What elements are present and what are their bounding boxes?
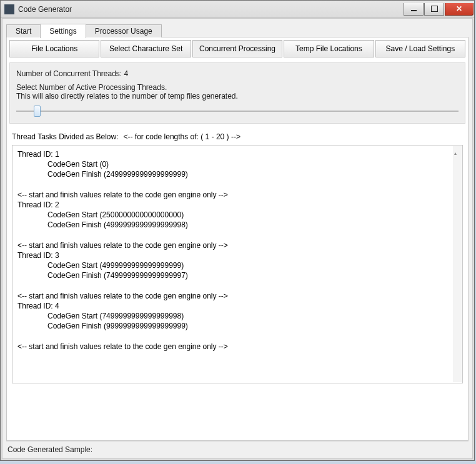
app-title: Code Generator xyxy=(18,5,404,14)
slider-thumb[interactable] xyxy=(34,106,41,117)
tab-settings[interactable]: Settings xyxy=(40,24,86,38)
thread-count-heading: Number of Concurrent Threads: 4 xyxy=(16,69,459,78)
main-tab-strip: Start Settings Processor Usage xyxy=(6,22,469,37)
settings-panel: File Locations Select Characture Set Con… xyxy=(6,37,469,441)
sub-tab-strip: File Locations Select Characture Set Con… xyxy=(9,40,465,57)
thread-lines-container: Thread ID: 1CodeGen Start (0)CodeGen Fin… xyxy=(17,149,457,352)
window-buttons xyxy=(404,3,474,16)
tab-start[interactable]: Start xyxy=(6,24,41,37)
sub-tab-characture-set[interactable]: Select Characture Set xyxy=(101,40,191,57)
sub-tab-file-locations[interactable]: File Locations xyxy=(9,40,99,57)
thread-slider[interactable] xyxy=(16,106,459,117)
slider-track xyxy=(16,111,459,112)
scrollbar-track[interactable] xyxy=(453,146,462,382)
sub-tab-concurrent-processing[interactable]: Concurrent Processing xyxy=(192,40,282,57)
status-text: Code Generated Sample: xyxy=(7,445,92,454)
tab-processor-usage[interactable]: Processor Usage xyxy=(86,24,162,37)
app-window: Code Generator Start Settings Processor … xyxy=(0,0,475,461)
tasks-label: Thread Tasks Divided as Below: xyxy=(12,132,119,141)
close-button[interactable] xyxy=(445,3,474,16)
app-icon xyxy=(4,4,14,14)
client-area: Start Settings Processor Usage File Loca… xyxy=(2,18,473,459)
titlebar[interactable]: Code Generator xyxy=(1,1,474,18)
minimize-button[interactable] xyxy=(404,3,424,16)
sub-tab-temp-file-locations[interactable]: Temp File Locations xyxy=(284,40,374,57)
scrollbar-up-icon[interactable] xyxy=(454,148,459,153)
status-bar: Code Generated Sample: xyxy=(6,441,469,455)
thread-list[interactable]: Thread ID: 1CodeGen Start (0)CodeGen Fin… xyxy=(12,145,463,383)
tasks-label-row: Thread Tasks Divided as Below: <-- for c… xyxy=(12,132,463,141)
maximize-button[interactable] xyxy=(424,3,444,16)
thread-config-panel: Number of Concurrent Threads: 4 Select N… xyxy=(9,62,465,124)
tasks-suffix: <-- for code lengths of: ( 1 - 20 ) --> xyxy=(124,132,240,141)
sub-tab-save-load-settings[interactable]: Save / Load Settings xyxy=(375,40,465,57)
thread-config-line2: This will also directly relates to the n… xyxy=(16,92,459,101)
thread-config-line1: Select Number of Active Processing Threa… xyxy=(16,83,459,92)
